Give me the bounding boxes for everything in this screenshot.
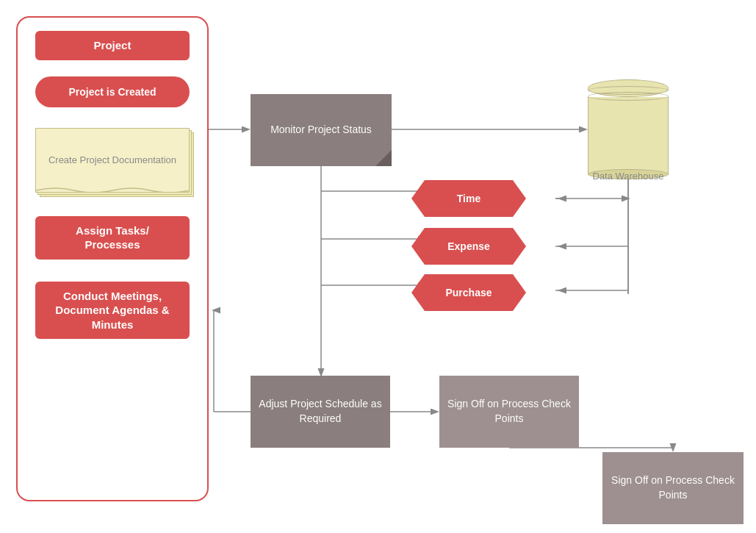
assign-tasks-shape: Assign Tasks/ Processes: [35, 216, 190, 260]
expense-hex: Expense: [425, 228, 513, 265]
create-docs-shape: Create Project Documentation: [35, 128, 190, 193]
purchase-hex: Purchase: [425, 274, 513, 311]
project-title: Project: [35, 31, 190, 60]
left-panel: Project Project is Created Create Projec…: [16, 16, 209, 501]
conduct-meetings-shape: Conduct Meetings, Document Agendas & Min…: [35, 282, 190, 340]
cylinder-top: [588, 79, 669, 97]
project-created-shape: Project is Created: [35, 76, 190, 107]
signoff1-box: Sign Off on Process Check Points: [439, 376, 579, 448]
data-warehouse-cylinder: [588, 79, 669, 175]
monitor-project-box: Monitor Project Status: [251, 94, 392, 166]
cylinder-line2: [588, 92, 669, 101]
cylinder-body: [588, 97, 669, 175]
adjust-schedule-box: Adjust Project Schedule as Required: [251, 376, 390, 448]
diagram-canvas: Project Project is Created Create Projec…: [0, 0, 756, 533]
time-hex: Time: [425, 180, 513, 217]
data-warehouse-label: Data Warehouse: [588, 171, 669, 182]
time-hex-container: Time: [425, 180, 513, 217]
expense-hex-container: Expense: [425, 228, 513, 265]
signoff2-box: Sign Off on Process Check Points: [602, 452, 744, 524]
purchase-hex-container: Purchase: [425, 274, 513, 311]
